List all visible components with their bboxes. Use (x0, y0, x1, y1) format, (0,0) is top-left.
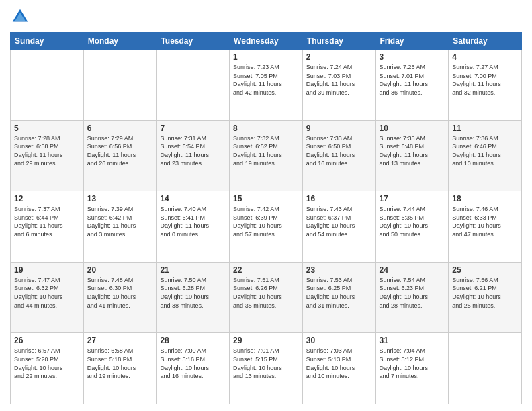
calendar-cell: 25Sunrise: 7:56 AM Sunset: 6:21 PM Dayli… (449, 262, 522, 333)
day-number: 30 (306, 336, 372, 345)
day-info: Sunrise: 6:58 AM Sunset: 5:18 PM Dayligh… (87, 347, 153, 380)
calendar-cell: 3Sunrise: 7:25 AM Sunset: 7:01 PM Daylig… (375, 50, 449, 121)
calendar-cell: 16Sunrise: 7:43 AM Sunset: 6:37 PM Dayli… (302, 191, 375, 263)
calendar-cell: 13Sunrise: 7:39 AM Sunset: 6:42 PM Dayli… (83, 191, 157, 263)
calendar-cell: 2Sunrise: 7:24 AM Sunset: 7:03 PM Daylig… (302, 50, 375, 121)
day-number: 5 (14, 124, 80, 133)
calendar-cell: 15Sunrise: 7:42 AM Sunset: 6:39 PM Dayli… (230, 191, 303, 263)
calendar-cell: 29Sunrise: 7:01 AM Sunset: 5:15 PM Dayli… (230, 333, 303, 404)
day-number: 22 (233, 265, 299, 275)
day-info: Sunrise: 7:27 AM Sunset: 7:00 PM Dayligh… (452, 63, 518, 97)
calendar-cell: 22Sunrise: 7:51 AM Sunset: 6:26 PM Dayli… (230, 262, 303, 333)
calendar-cell: 8Sunrise: 7:32 AM Sunset: 6:52 PM Daylig… (230, 120, 303, 191)
calendar-week-row: 12Sunrise: 7:37 AM Sunset: 6:44 PM Dayli… (11, 191, 522, 263)
day-number: 3 (380, 52, 445, 62)
day-info: Sunrise: 7:32 AM Sunset: 6:52 PM Dayligh… (233, 134, 299, 168)
day-number: 16 (306, 194, 372, 203)
day-info: Sunrise: 7:28 AM Sunset: 6:58 PM Dayligh… (14, 134, 80, 168)
day-number: 24 (380, 265, 445, 275)
day-number: 20 (87, 265, 153, 275)
day-info: Sunrise: 7:03 AM Sunset: 5:13 PM Dayligh… (306, 347, 372, 380)
calendar-cell: 19Sunrise: 7:47 AM Sunset: 6:32 PM Dayli… (11, 262, 84, 333)
logo (10, 7, 33, 27)
calendar-cell: 21Sunrise: 7:50 AM Sunset: 6:28 PM Dayli… (157, 262, 230, 333)
day-info: Sunrise: 7:33 AM Sunset: 6:50 PM Dayligh… (306, 134, 372, 168)
calendar-cell: 12Sunrise: 7:37 AM Sunset: 6:44 PM Dayli… (11, 191, 84, 263)
day-number: 18 (452, 194, 518, 203)
day-number: 21 (160, 265, 226, 275)
day-info: Sunrise: 7:37 AM Sunset: 6:44 PM Dayligh… (14, 205, 80, 238)
day-info: Sunrise: 7:50 AM Sunset: 6:28 PM Dayligh… (160, 276, 226, 310)
calendar-header-row: SundayMondayTuesdayWednesdayThursdayFrid… (11, 33, 522, 50)
day-info: Sunrise: 7:31 AM Sunset: 6:54 PM Dayligh… (160, 134, 226, 168)
day-info: Sunrise: 7:48 AM Sunset: 6:30 PM Dayligh… (87, 276, 153, 310)
day-number: 1 (233, 52, 299, 62)
calendar-cell: 27Sunrise: 6:58 AM Sunset: 5:18 PM Dayli… (83, 333, 157, 404)
calendar-cell: 10Sunrise: 7:35 AM Sunset: 6:48 PM Dayli… (375, 120, 449, 191)
day-number: 7 (160, 124, 226, 133)
day-info: Sunrise: 7:53 AM Sunset: 6:25 PM Dayligh… (306, 276, 372, 310)
calendar-cell: 5Sunrise: 7:28 AM Sunset: 6:58 PM Daylig… (11, 120, 84, 191)
calendar-weekday-saturday: Saturday (449, 33, 522, 50)
day-info: Sunrise: 7:29 AM Sunset: 6:56 PM Dayligh… (87, 134, 153, 168)
calendar-weekday-sunday: Sunday (11, 33, 84, 50)
day-number: 12 (14, 194, 80, 203)
calendar-table: SundayMondayTuesdayWednesdayThursdayFrid… (10, 32, 522, 404)
calendar-cell: 11Sunrise: 7:36 AM Sunset: 6:46 PM Dayli… (449, 120, 522, 191)
day-info: Sunrise: 7:24 AM Sunset: 7:03 PM Dayligh… (306, 63, 372, 97)
calendar-weekday-tuesday: Tuesday (157, 33, 230, 50)
calendar-cell (83, 50, 157, 121)
day-info: Sunrise: 7:00 AM Sunset: 5:16 PM Dayligh… (160, 347, 226, 380)
day-number: 15 (233, 194, 299, 203)
day-number: 19 (14, 265, 80, 275)
calendar-week-row: 5Sunrise: 7:28 AM Sunset: 6:58 PM Daylig… (11, 120, 522, 191)
day-number: 14 (160, 194, 226, 203)
day-info: Sunrise: 7:40 AM Sunset: 6:41 PM Dayligh… (160, 205, 226, 238)
calendar-week-row: 26Sunrise: 6:57 AM Sunset: 5:20 PM Dayli… (11, 333, 522, 404)
day-info: Sunrise: 7:01 AM Sunset: 5:15 PM Dayligh… (233, 347, 299, 380)
day-info: Sunrise: 7:35 AM Sunset: 6:48 PM Dayligh… (380, 134, 445, 168)
day-number: 17 (380, 194, 445, 203)
calendar-weekday-friday: Friday (375, 33, 449, 50)
calendar-cell (157, 50, 230, 121)
day-number: 2 (306, 52, 372, 62)
logo-icon (10, 7, 30, 27)
day-info: Sunrise: 7:42 AM Sunset: 6:39 PM Dayligh… (233, 205, 299, 238)
calendar-cell: 9Sunrise: 7:33 AM Sunset: 6:50 PM Daylig… (302, 120, 375, 191)
header (10, 7, 522, 27)
calendar-cell: 6Sunrise: 7:29 AM Sunset: 6:56 PM Daylig… (83, 120, 157, 191)
day-info: Sunrise: 7:56 AM Sunset: 6:21 PM Dayligh… (452, 276, 518, 310)
calendar-week-row: 1Sunrise: 7:23 AM Sunset: 7:05 PM Daylig… (11, 50, 522, 121)
day-info: Sunrise: 7:44 AM Sunset: 6:35 PM Dayligh… (380, 205, 445, 238)
day-number: 26 (14, 336, 80, 345)
calendar-cell: 17Sunrise: 7:44 AM Sunset: 6:35 PM Dayli… (375, 191, 449, 263)
day-number: 10 (380, 124, 445, 133)
day-info: Sunrise: 7:04 AM Sunset: 5:12 PM Dayligh… (380, 347, 445, 380)
calendar-cell: 30Sunrise: 7:03 AM Sunset: 5:13 PM Dayli… (302, 333, 375, 404)
day-number: 29 (233, 336, 299, 345)
day-number: 6 (87, 124, 153, 133)
calendar-weekday-monday: Monday (83, 33, 157, 50)
calendar-week-row: 19Sunrise: 7:47 AM Sunset: 6:32 PM Dayli… (11, 262, 522, 333)
calendar-cell: 20Sunrise: 7:48 AM Sunset: 6:30 PM Dayli… (83, 262, 157, 333)
day-number: 8 (233, 124, 299, 133)
calendar-weekday-thursday: Thursday (302, 33, 375, 50)
day-info: Sunrise: 6:57 AM Sunset: 5:20 PM Dayligh… (14, 347, 80, 380)
calendar-cell: 24Sunrise: 7:54 AM Sunset: 6:23 PM Dayli… (375, 262, 449, 333)
calendar-cell: 14Sunrise: 7:40 AM Sunset: 6:41 PM Dayli… (157, 191, 230, 263)
day-number: 31 (380, 336, 445, 345)
day-number: 13 (87, 194, 153, 203)
calendar-cell: 28Sunrise: 7:00 AM Sunset: 5:16 PM Dayli… (157, 333, 230, 404)
day-info: Sunrise: 7:25 AM Sunset: 7:01 PM Dayligh… (380, 63, 445, 97)
day-number: 25 (452, 265, 518, 275)
calendar-cell: 18Sunrise: 7:46 AM Sunset: 6:33 PM Dayli… (449, 191, 522, 263)
day-number: 9 (306, 124, 372, 133)
day-number: 28 (160, 336, 226, 345)
calendar-cell (449, 333, 522, 404)
calendar-cell: 4Sunrise: 7:27 AM Sunset: 7:00 PM Daylig… (449, 50, 522, 121)
calendar-weekday-wednesday: Wednesday (230, 33, 303, 50)
day-number: 23 (306, 265, 372, 275)
day-number: 27 (87, 336, 153, 345)
calendar-cell (11, 50, 84, 121)
calendar-cell: 31Sunrise: 7:04 AM Sunset: 5:12 PM Dayli… (375, 333, 449, 404)
